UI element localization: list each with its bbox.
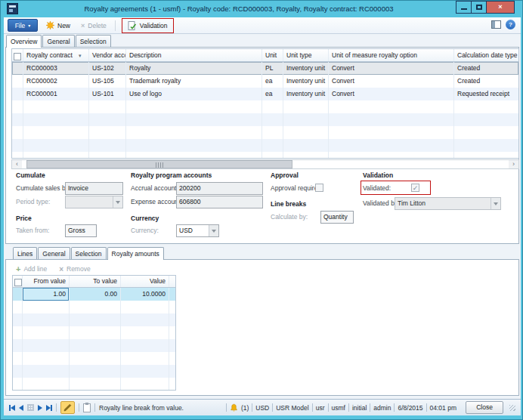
accrual-account-field[interactable]: 200200 — [176, 182, 263, 195]
price-heading: Price — [16, 215, 32, 222]
tab-overview[interactable]: Overview — [6, 35, 42, 48]
close-window-button[interactable]: × — [486, 1, 515, 14]
scrollbar-thumb[interactable] — [26, 160, 292, 168]
expense-account-field[interactable]: 606800 — [176, 196, 263, 208]
validation-heading: Validation — [363, 171, 393, 179]
delete-button[interactable]: × Delete — [79, 19, 109, 32]
col-value[interactable]: Value — [121, 276, 169, 287]
currency-heading: Currency — [131, 215, 159, 222]
scroll-right-button[interactable]: › — [509, 160, 518, 168]
currency-select[interactable]: USD — [176, 224, 219, 237]
cumulate-sales-by-field[interactable]: Invoice — [65, 182, 123, 195]
validated-by-select[interactable]: Tim Litton — [395, 197, 501, 210]
add-line-button[interactable]: +Add line — [16, 265, 47, 273]
period-type-select[interactable] — [65, 196, 123, 208]
horizontal-scrollbar[interactable]: ‹ › — [11, 159, 519, 169]
taken-from-field[interactable]: Gross — [65, 224, 97, 237]
calculate-by-field[interactable]: Quantity — [320, 211, 354, 224]
scrollbar-grip-icon — [156, 162, 163, 168]
toolbar-separator — [115, 20, 116, 31]
first-record-button[interactable] — [9, 405, 15, 411]
table-row — [12, 113, 518, 126]
calculate-by-label: Calculate by: — [271, 213, 308, 221]
select-all-checkbox[interactable] — [14, 53, 21, 60]
chevron-down-icon — [209, 225, 218, 236]
delete-label: Delete — [88, 22, 107, 29]
remove-label: Remove — [67, 265, 91, 273]
app-icon[interactable] — [7, 3, 18, 14]
validated-checkbox[interactable]: ✓ — [411, 184, 419, 192]
layout-panes-icon[interactable] — [491, 20, 501, 29]
next-record-button[interactable] — [38, 405, 42, 411]
table-row — [13, 313, 175, 326]
remove-button[interactable]: ×Remove — [59, 265, 91, 273]
validation-label: Validation — [140, 22, 168, 29]
table-row[interactable]: RC000002 US-105 Trademark royalty ea Inv… — [12, 75, 518, 88]
col-calculation-date-type[interactable]: Calculation date type — [454, 49, 518, 61]
royalty-amounts-grid: From value To value Value 1.00 0.00 10.0… — [12, 275, 176, 391]
from-value-cell[interactable]: 1.00 — [23, 288, 70, 301]
cumulate-sales-by-label: Cumulate sales by: — [16, 184, 70, 192]
bell-icon[interactable] — [230, 403, 238, 412]
col-vendor-account[interactable]: Vendor account — [89, 49, 126, 61]
table-row[interactable]: 1.00 0.00 10.0000 — [13, 288, 175, 301]
previous-record-button[interactable] — [19, 405, 23, 411]
grid-header-row: From value To value Value — [13, 276, 175, 288]
sort-desc-icon: ▾ — [79, 49, 82, 61]
select-all-cell[interactable] — [12, 49, 23, 61]
help-icon[interactable]: ? — [506, 20, 515, 29]
new-star-icon — [46, 21, 54, 29]
table-row — [13, 365, 175, 378]
tab-general[interactable]: General — [42, 35, 74, 47]
file-menu-button[interactable]: File ▾ — [8, 19, 38, 32]
to-value-cell[interactable]: 0.00 — [70, 288, 121, 301]
tab-selection-lower[interactable]: Selection — [71, 247, 107, 259]
lower-grid-actions: +Add line ×Remove — [16, 263, 91, 275]
col-unit[interactable]: Unit — [262, 49, 283, 61]
select-all-cell[interactable] — [13, 276, 23, 287]
clipboard-icon[interactable] — [83, 403, 91, 412]
col-to-value[interactable]: To value — [70, 276, 121, 287]
tab-royalty-amounts[interactable]: Royalty amounts — [107, 247, 164, 260]
table-row — [13, 378, 175, 391]
minimize-button[interactable] — [456, 1, 472, 14]
col-uom-royalty-option[interactable]: Unit of measure royalty option — [329, 49, 454, 61]
lower-tab-strip: Lines General Selection Royalty amounts — [13, 247, 165, 260]
col-description[interactable]: Description — [126, 49, 262, 61]
window-title: Royalty agreements (1 - usmf) - Royalty … — [31, 1, 447, 17]
maximize-button[interactable] — [471, 1, 487, 14]
table-row — [12, 126, 518, 139]
col-unit-type[interactable]: Unit type — [283, 49, 329, 61]
table-row — [12, 152, 518, 159]
value-cell[interactable]: 10.0000 — [121, 288, 169, 301]
validation-annotation: Validation — [122, 18, 174, 33]
col-royalty-contract[interactable]: Royalty contract▾ — [23, 49, 89, 61]
table-row[interactable]: RC000003 US-102 Royalty PL Inventory uni… — [12, 62, 518, 75]
table-row[interactable]: RC000001 US-101 Use of logo ea Inventory… — [12, 88, 518, 100]
royalty-program-accounts-heading: Royalty program accounts — [131, 171, 212, 179]
grid-view-icon[interactable] — [27, 404, 34, 411]
status-time: 04:01 pm — [430, 404, 456, 412]
table-row — [13, 352, 175, 365]
new-button[interactable]: New — [44, 19, 73, 32]
scroll-left-button[interactable]: ‹ — [12, 160, 22, 168]
accrual-account-label: Accrual account: — [131, 184, 178, 192]
tab-lines[interactable]: Lines — [13, 247, 37, 259]
status-bar: Royalty line break from value. (1) USD U… — [4, 399, 521, 415]
app-window: Royalty agreements (1 - usmf) - Royalty … — [0, 0, 523, 420]
alert-count[interactable]: (1) — [241, 404, 249, 412]
maximize-icon — [476, 5, 482, 10]
approval-required-checkbox[interactable] — [315, 184, 323, 192]
close-button[interactable]: Close — [466, 401, 503, 414]
last-record-button[interactable] — [46, 405, 52, 411]
tab-general-lower[interactable]: General — [38, 247, 70, 259]
col-from-value[interactable]: From value — [23, 276, 70, 287]
select-all-checkbox[interactable] — [14, 279, 22, 286]
chevron-down-icon — [491, 198, 500, 209]
chevron-down-icon: ▾ — [28, 23, 30, 28]
status-user: usr — [316, 404, 325, 412]
tab-selection[interactable]: Selection — [76, 35, 111, 47]
edit-mode-button[interactable] — [60, 401, 75, 414]
resize-grip[interactable] — [509, 405, 515, 411]
validation-button[interactable]: Validation — [125, 19, 170, 32]
